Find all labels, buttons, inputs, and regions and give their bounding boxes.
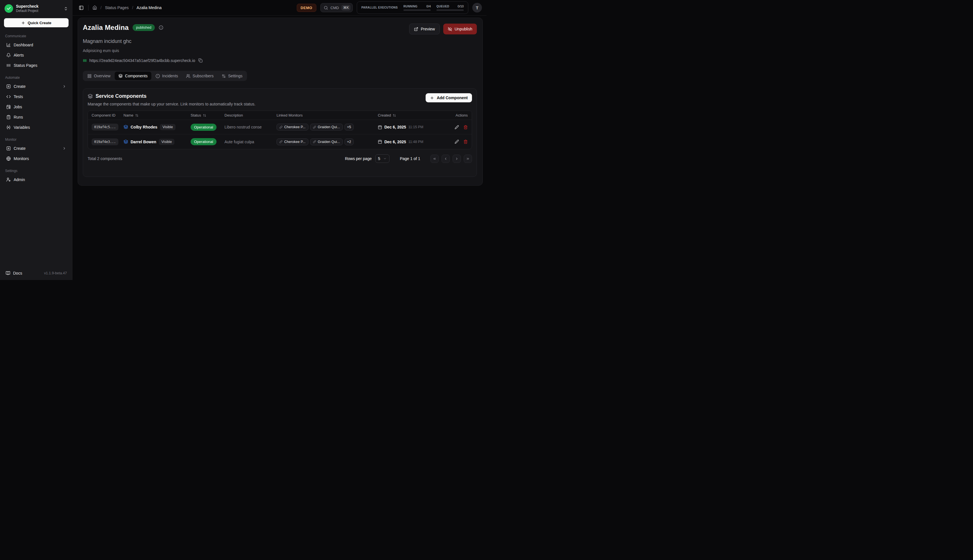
bar-chart-icon <box>6 43 11 47</box>
delete-button[interactable] <box>462 124 469 130</box>
sort-icon[interactable] <box>135 114 139 117</box>
service-components-card: Service Components Manage the components… <box>83 88 477 177</box>
sidebar: Supercheck Default Project Quick Create … <box>0 0 72 280</box>
queued-metric: QUEUED 0/10 <box>436 5 464 11</box>
sidebar-toggle-button[interactable] <box>78 5 84 11</box>
panel-left-icon <box>79 5 84 10</box>
table-row: 019af4e3... Darrel Bowen Visible Operati… <box>88 135 472 149</box>
layers-icon <box>124 125 128 129</box>
running-metric: RUNNING 0/4 <box>403 5 431 11</box>
chevron-right-icon <box>62 85 66 88</box>
edit-button[interactable] <box>453 124 460 130</box>
preview-label: Preview <box>421 27 435 31</box>
content-panel: Azalia Medina published Preview Unpublis… <box>78 18 483 186</box>
tab-incidents[interactable]: Incidents <box>152 72 182 80</box>
col-name: Name <box>124 113 191 117</box>
alert-octagon-icon <box>155 74 160 78</box>
prev-page-button[interactable] <box>441 155 450 163</box>
project-switcher[interactable]: Supercheck Default Project <box>4 3 69 13</box>
breadcrumb-status-pages[interactable]: Status Pages <box>105 5 129 10</box>
sidebar-item-jobs[interactable]: Jobs <box>4 102 69 112</box>
page-description: Adipisicing eum quis <box>83 48 477 53</box>
component-id: 019af4e3... <box>92 138 118 145</box>
user-avatar[interactable]: T <box>472 3 482 13</box>
status-page-url[interactable]: https://2ea9d24eac504347a51aef29f2a4bcbb… <box>89 58 195 63</box>
monitor-pill[interactable]: Graiden Qui... <box>310 124 343 130</box>
sidebar-item-status-pages[interactable]: Status Pages <box>4 61 69 70</box>
next-page-button[interactable] <box>453 155 461 163</box>
parallel-executions-panel: PARALLEL EXECUTIONS RUNNING 0/4 QUEUED 0… <box>357 2 468 14</box>
page-header: Azalia Medina published Preview Unpublis… <box>83 23 477 34</box>
sidebar-item-tests[interactable]: Tests <box>4 92 69 101</box>
queued-value: 0/10 <box>458 5 464 8</box>
sidebar-footer: Docs v1.1.9-beta.47 <box>4 271 69 275</box>
created-time: 11:15 PM <box>408 125 423 129</box>
demo-badge: DEMO <box>297 4 316 12</box>
monitor-pill[interactable]: Cherokee P... <box>276 138 308 145</box>
sidebar-item-admin[interactable]: Admin <box>4 175 69 184</box>
published-badge: published <box>132 24 155 31</box>
running-label: RUNNING <box>403 5 417 8</box>
section-label-settings: Settings <box>5 169 67 173</box>
brand-text: Supercheck Default Project <box>16 4 61 13</box>
tab-label: Subscribers <box>192 73 214 78</box>
table-footer: Total 2 components Rows per page 5 Page … <box>88 154 472 163</box>
sidebar-item-label: Jobs <box>13 105 22 109</box>
square-plus-icon <box>6 84 11 89</box>
delete-button[interactable] <box>462 138 469 145</box>
tab-components[interactable]: Components <box>115 72 151 80</box>
more-monitors-badge[interactable]: +2 <box>344 138 354 145</box>
command-search-button[interactable]: CMD ⌘K <box>320 3 353 12</box>
card-title: Service Components <box>95 93 147 99</box>
globe-icon <box>6 156 11 161</box>
monitor-pill[interactable]: Cherokee P... <box>276 124 308 130</box>
last-page-button[interactable] <box>464 155 472 163</box>
sidebar-item-runs[interactable]: Runs <box>4 113 69 122</box>
add-component-button[interactable]: Add Component <box>426 93 472 102</box>
info-icon[interactable] <box>159 25 163 30</box>
edit-button[interactable] <box>453 138 460 145</box>
sidebar-item-monitors[interactable]: Monitors <box>4 154 69 163</box>
sidebar-nav: Communicate Dashboard Alerts Status Page… <box>4 28 69 271</box>
tab-label: Overview <box>94 73 110 78</box>
breadcrumb-home[interactable] <box>92 5 97 10</box>
sort-icon[interactable] <box>203 114 206 117</box>
unpublish-button[interactable]: Unpublish <box>443 23 477 34</box>
status-page-url-row: https://2ea9d24eac504347a51aef29f2a4bcbb… <box>83 58 477 63</box>
sort-icon[interactable] <box>393 114 396 117</box>
created-date: Dec 6, 2025 <box>385 140 406 144</box>
sidebar-item-label: Create <box>13 146 26 151</box>
tab-subscribers[interactable]: Subscribers <box>182 72 217 80</box>
sidebar-item-label: Admin <box>13 177 25 182</box>
first-page-button[interactable] <box>430 155 439 163</box>
tab-settings[interactable]: Settings <box>218 72 246 80</box>
docs-link[interactable]: Docs <box>6 271 22 275</box>
monitor-pill[interactable]: Graiden Qui... <box>310 138 343 145</box>
layers-icon <box>88 94 93 99</box>
preview-button[interactable]: Preview <box>409 23 440 34</box>
component-name: Colby Rhodes <box>130 125 157 129</box>
tab-overview[interactable]: Overview <box>84 72 114 80</box>
more-monitors-badge[interactable]: +5 <box>344 124 354 130</box>
rows-per-page-select[interactable]: 5 <box>375 154 390 163</box>
running-progress-bar <box>403 9 431 11</box>
components-table: Component ID Name Status Description Lin… <box>88 111 472 149</box>
sidebar-item-variables[interactable]: Variables <box>4 123 69 132</box>
main-area: / Status Pages / Azalia Medina DEMO CMD … <box>72 0 486 280</box>
rows-per-page-label: Rows per page <box>345 156 371 161</box>
sidebar-item-create-automation[interactable]: Create <box>4 82 69 91</box>
quick-create-button[interactable]: Quick Create <box>4 18 69 27</box>
search-label: CMD <box>331 6 339 10</box>
sidebar-item-label: Dashboard <box>13 43 33 47</box>
chevrons-up-down-icon[interactable] <box>64 7 68 11</box>
sidebar-item-dashboard[interactable]: Dashboard <box>4 40 69 50</box>
breadcrumb-separator: / <box>132 5 133 10</box>
sidebar-item-create-monitor[interactable]: Create <box>4 144 69 153</box>
executions-title: PARALLEL EXECUTIONS <box>361 6 398 10</box>
col-component-id: Component ID <box>92 113 124 117</box>
sidebar-item-alerts[interactable]: Alerts <box>4 51 69 60</box>
breadcrumb: / Status Pages / Azalia Medina <box>78 5 162 11</box>
copy-url-button[interactable] <box>198 58 203 63</box>
tab-label: Settings <box>228 73 243 78</box>
trash-icon <box>463 140 468 144</box>
